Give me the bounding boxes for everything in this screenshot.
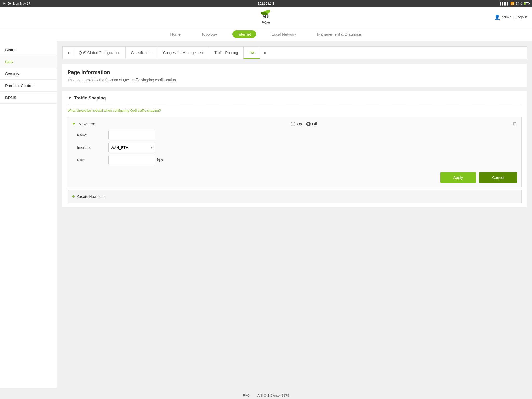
nav-item-local-network[interactable]: Local Network	[267, 30, 302, 38]
radio-on-label[interactable]: On	[291, 122, 302, 126]
faq-link[interactable]: FAQ	[243, 394, 250, 397]
cancel-button[interactable]: Cancel	[479, 172, 517, 183]
rate-label: Rate	[77, 158, 108, 162]
logo-svg: AIS	[254, 10, 278, 20]
sidebar-item-status[interactable]: Status	[0, 44, 57, 56]
nav-item-home[interactable]: Home	[165, 30, 186, 38]
tab-traffic-shaping-partial[interactable]: Tra	[243, 47, 260, 59]
time-display: 04:09	[3, 2, 11, 5]
sidebar-item-ddns[interactable]: DDNS	[0, 92, 57, 104]
page-info-section: Page Information This page provides the …	[62, 64, 527, 87]
radio-group: On Off	[291, 122, 317, 126]
create-new-item[interactable]: + Create New Item	[68, 190, 522, 203]
action-row: Apply Cancel	[72, 170, 517, 183]
name-input[interactable]	[108, 131, 155, 139]
logo-area: AIS Fibre	[254, 10, 278, 24]
apply-button[interactable]: Apply	[440, 172, 476, 183]
radio-off-text: Off	[312, 122, 317, 126]
form-row-rate: Rate bps	[72, 156, 517, 164]
form-row-name: Name	[72, 131, 517, 139]
create-new-icon: +	[72, 194, 75, 199]
sidebar-item-parental-controls[interactable]: Parental Controls	[0, 80, 57, 92]
separator: |	[513, 15, 514, 19]
tab-right-arrow[interactable]: ►	[260, 48, 271, 57]
traffic-shaping-section: ▼ Traffic Shaping What should be noticed…	[62, 91, 527, 207]
interface-label: Interface	[77, 145, 108, 150]
user-icon: 👤	[494, 14, 500, 20]
nav-item-management[interactable]: Management & Diagnosis	[312, 30, 367, 38]
help-link[interactable]: What should be noticed when configuring …	[68, 109, 522, 112]
item-header-left: ▼ New Item	[72, 122, 95, 126]
signal-icon: ▌▌▌▌	[500, 2, 509, 5]
rate-input[interactable]	[108, 156, 155, 164]
tab-traffic-policing[interactable]: Traffic Policing	[209, 47, 243, 58]
tab-qos-global[interactable]: QoS Global Configuration	[74, 47, 126, 58]
radio-on-circle[interactable]	[291, 122, 295, 126]
tab-classification[interactable]: Classification	[126, 47, 158, 58]
footer: FAQ AIS Call Center 1175 ©2008-2020 ADVA…	[0, 388, 532, 399]
radio-on-text: On	[297, 122, 302, 126]
sidebar-item-security[interactable]: Security	[0, 68, 57, 80]
logout-link[interactable]: Logout	[516, 15, 527, 19]
content-wrapper: Status QoS Security Parental Controls DD…	[0, 41, 532, 388]
nav-item-internet[interactable]: Internet	[232, 30, 256, 38]
interface-select[interactable]: WAN_ETH LAN_ETH WLAN	[108, 143, 155, 152]
main-nav: Home Topology Internet Local Network Man…	[0, 27, 532, 41]
section-title-text: Traffic Shaping	[74, 96, 106, 101]
user-area: 👤 admin | Logout	[494, 14, 527, 20]
sidebar-item-qos[interactable]: QoS	[0, 56, 57, 68]
sidebar: Status QoS Security Parental Controls DD…	[0, 41, 57, 388]
main-content: ◄ QoS Global Configuration Classificatio…	[57, 41, 532, 388]
delete-icon[interactable]: 🗑	[513, 121, 517, 127]
page-info-description: This page provides the function of QoS t…	[68, 78, 522, 82]
radio-off-label[interactable]: Off	[306, 122, 317, 126]
interface-select-wrapper: WAN_ETH LAN_ETH WLAN ▼	[108, 143, 155, 152]
logo-fibre: Fibre	[262, 20, 270, 24]
ip-display: 192.168.1.1	[258, 2, 274, 5]
section-title: ▼ Traffic Shaping	[68, 96, 522, 101]
battery-icon	[524, 2, 529, 5]
tab-bar: ◄ QoS Global Configuration Classificatio…	[62, 46, 527, 59]
radio-off-circle[interactable]	[306, 122, 311, 126]
date-display: Mon May 17	[13, 2, 30, 5]
item-title: New Item	[79, 122, 95, 126]
header: AIS Fibre 👤 admin | Logout	[0, 7, 532, 27]
battery-percent: 34%	[516, 2, 522, 5]
tab-congestion[interactable]: Congestion Management	[158, 47, 209, 58]
svg-text:AIS: AIS	[263, 14, 269, 18]
name-label: Name	[77, 133, 108, 137]
item-header: ▼ New Item On Off 🗑	[72, 121, 517, 127]
form-row-interface: Interface WAN_ETH LAN_ETH WLAN ▼	[72, 143, 517, 152]
nav-item-topology[interactable]: Topology	[196, 30, 222, 38]
tab-left-arrow[interactable]: ◄	[63, 48, 74, 57]
call-center-label: AIS Call Center 1175	[257, 394, 289, 397]
wifi-icon: 📶	[510, 2, 514, 5]
item-collapse-icon[interactable]: ▼	[72, 122, 76, 126]
create-new-label: Create New Item	[77, 195, 105, 199]
dotted-divider	[68, 104, 522, 104]
rate-unit: bps	[157, 158, 163, 162]
page-info-title: Page Information	[68, 69, 522, 75]
section-arrow-icon: ▼	[68, 96, 72, 101]
item-card: ▼ New Item On Off 🗑	[68, 117, 522, 187]
user-label: admin	[502, 15, 511, 19]
footer-links: FAQ AIS Call Center 1175	[5, 394, 527, 397]
status-bar: 04:09 Mon May 17 192.168.1.1 ▌▌▌▌ 📶 34%	[0, 0, 532, 7]
